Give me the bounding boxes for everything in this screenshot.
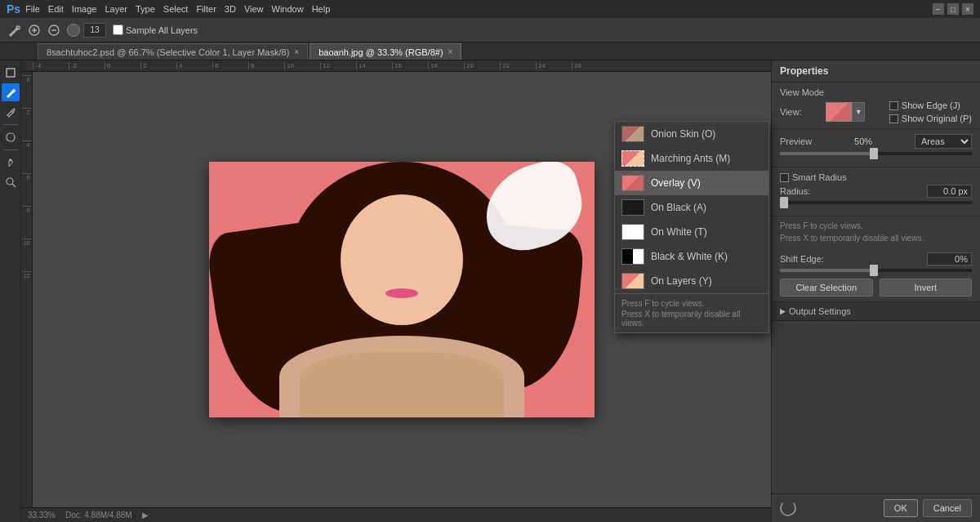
- menu-help[interactable]: Help: [312, 4, 331, 14]
- show-edge-checkbox[interactable]: [889, 101, 898, 110]
- radius-value-input[interactable]: 0.0 px: [927, 185, 972, 198]
- ruler-tick: 18: [428, 62, 464, 69]
- show-original-checkbox[interactable]: [889, 114, 898, 123]
- dropdown-item-onlayers[interactable]: On Layers (Y): [615, 269, 768, 293]
- view-dropdown-btn[interactable]: ▼: [852, 102, 865, 122]
- zoom-level: 33.33%: [28, 511, 56, 520]
- dropdown-item-marching[interactable]: Marching Ants (M): [615, 146, 768, 171]
- bottom-actions: OK Cancel: [772, 493, 980, 522]
- undo-icon[interactable]: [780, 500, 796, 516]
- press-x-text: Press X to temporarily disable all views…: [621, 310, 762, 328]
- areas-select[interactable]: Areas: [915, 134, 972, 149]
- doc-info: Doc: 4.88M/4.88M: [65, 511, 132, 520]
- minimize-button[interactable]: −: [933, 3, 944, 15]
- svg-rect-6: [7, 69, 15, 77]
- dropdown-label-onwhite: On White (T): [651, 226, 707, 238]
- view-selector[interactable]: ▼: [826, 102, 865, 122]
- maximize-button[interactable]: □: [947, 3, 959, 15]
- dropdown-item-onblack[interactable]: On Black (A): [615, 195, 768, 220]
- menu-file[interactable]: File: [25, 4, 40, 14]
- brush-size-input[interactable]: 13: [83, 23, 106, 38]
- menu-bar[interactable]: File Edit Image Layer Type Select Filter…: [25, 4, 330, 14]
- tool-zoom[interactable]: [2, 173, 20, 191]
- output-settings-section[interactable]: ▶ Output Settings: [772, 302, 980, 321]
- shift-edge-value-input[interactable]: 0%: [927, 252, 972, 265]
- shift-edge-slider[interactable]: [780, 269, 972, 272]
- dropdown-item-onwhite[interactable]: On White (T): [615, 220, 768, 244]
- ruler-horizontal: -4 -2 0 2 4 6 8 10 12 14 16 18 20 22 24 …: [21, 60, 771, 72]
- menu-view[interactable]: View: [244, 4, 264, 14]
- ok-button[interactable]: OK: [884, 499, 918, 517]
- scroll-right-arrow[interactable]: ▶: [142, 511, 149, 520]
- press-f-info: Press F to cycle views.: [780, 220, 972, 232]
- zoom-minus-btn[interactable]: [47, 24, 60, 37]
- dropdown-label-marching: Marching Ants (M): [651, 153, 730, 164]
- ruler-h-ticks: -4 -2 0 2 4 6 8 10 12 14 16 18 20 22 24 …: [33, 62, 608, 69]
- ruler-v-tick: 10: [22, 239, 32, 271]
- preview-section: Preview 50% Areas: [772, 129, 980, 167]
- dropdown-label-overlay: Overlay (V): [651, 177, 701, 189]
- clear-selection-button[interactable]: Clear Selection: [780, 279, 873, 297]
- preview-slider[interactable]: [780, 152, 972, 155]
- dropdown-item-overlay[interactable]: Overlay (V): [615, 171, 768, 195]
- menu-image[interactable]: Image: [72, 4, 97, 14]
- menu-3d[interactable]: 3D: [225, 4, 236, 14]
- dropdown-thumb-onwhite: [621, 224, 644, 240]
- dropdown-thumb-onblack: [621, 199, 644, 216]
- tab-baoanh[interactable]: baoanh.jpg @ 33.3% (RGB/8#) ×: [310, 43, 461, 60]
- panel-header: Properties: [772, 60, 980, 83]
- window-controls[interactable]: − □ ×: [933, 3, 973, 15]
- tool-select-rect[interactable]: [2, 64, 20, 82]
- tool-lasso[interactable]: [2, 128, 20, 146]
- panel-title: Properties: [780, 65, 828, 77]
- ruler-v-tick: 12: [22, 271, 32, 304]
- ruler-tick: 12: [320, 62, 356, 69]
- preview-header: Preview 50% Areas: [780, 134, 972, 149]
- dropdown-item-onion[interactable]: Onion Skin (O): [615, 122, 768, 146]
- dropdown-thumb-onion: [621, 126, 644, 142]
- tab-8sachtuhoc2[interactable]: 8sachtuhoc2.psd @ 66.7% (Selective Color…: [38, 43, 308, 60]
- tab-label-8sachtuhoc2: 8sachtuhoc2.psd @ 66.7% (Selective Color…: [47, 47, 289, 57]
- show-original-label: Show Original (P): [902, 114, 972, 123]
- tool-hand[interactable]: [2, 154, 20, 172]
- menu-filter[interactable]: Filter: [196, 4, 216, 14]
- ruler-tick: 24: [536, 62, 572, 69]
- menu-layer[interactable]: Layer: [105, 4, 127, 14]
- dropdown-label-onlayers: On Layers (Y): [651, 275, 712, 287]
- tool-separator-1: [3, 124, 18, 125]
- radius-slider-thumb[interactable]: [780, 197, 788, 208]
- tabs-bar: 8sachtuhoc2.psd @ 66.7% (Selective Color…: [0, 42, 980, 60]
- menu-type[interactable]: Type: [136, 4, 155, 14]
- sample-all-layers-checkbox[interactable]: Sample All Layers: [113, 25, 198, 35]
- invert-button[interactable]: Invert: [880, 279, 973, 297]
- smart-radius-checkbox[interactable]: [780, 173, 789, 182]
- tab-close-baoanh[interactable]: ×: [448, 47, 453, 56]
- tab-label-baoanh: baoanh.jpg @ 33.3% (RGB/8#): [318, 47, 443, 57]
- sample-all-layers-input[interactable]: [113, 25, 123, 35]
- left-toolbar: [0, 60, 21, 522]
- smart-radius-row: Smart Radius: [780, 172, 972, 182]
- menu-window[interactable]: Window: [272, 4, 304, 14]
- preview-slider-thumb[interactable]: [870, 148, 878, 159]
- tool-brush[interactable]: [2, 83, 20, 101]
- cancel-button[interactable]: Cancel: [923, 499, 972, 517]
- view-dropdown-menu: Onion Skin (O) Marching Ants (M) Overlay…: [614, 121, 769, 333]
- radius-section: Smart Radius Radius: 0.0 px: [772, 167, 980, 216]
- zoom-plus-btn[interactable]: [28, 24, 41, 37]
- shift-edge-slider-thumb[interactable]: [870, 265, 878, 276]
- tool-eyedropper[interactable]: [2, 103, 20, 121]
- view-thumb[interactable]: [826, 102, 852, 122]
- svg-point-8: [7, 178, 13, 185]
- menu-edit[interactable]: Edit: [48, 4, 64, 14]
- show-edge-row: Show Edge (J): [889, 100, 972, 110]
- radius-slider[interactable]: [780, 201, 972, 204]
- action-btns: OK Cancel: [884, 499, 972, 517]
- ruler-tick: 10: [284, 62, 320, 69]
- menu-select[interactable]: Select: [163, 4, 189, 14]
- press-info: Press F to cycle views. Press X to tempo…: [772, 216, 980, 248]
- ruler-v-tick: 4: [22, 141, 32, 173]
- close-button[interactable]: ×: [962, 3, 973, 15]
- tab-close-8sachtuhoc2[interactable]: ×: [294, 47, 299, 56]
- show-original-row: Show Original (P): [889, 114, 972, 123]
- dropdown-item-bw[interactable]: Black & White (K): [615, 244, 768, 269]
